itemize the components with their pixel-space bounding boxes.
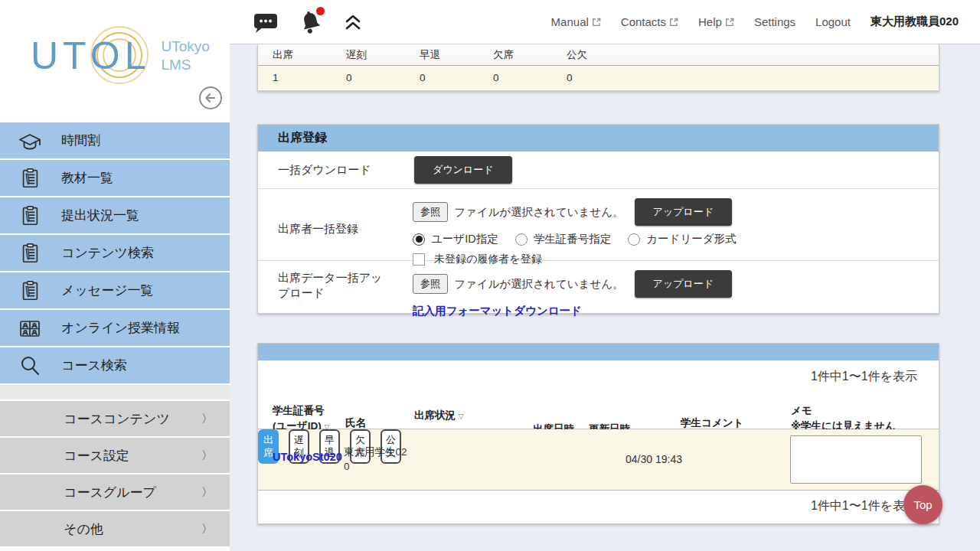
scroll-to-top-button[interactable]: Top [903, 485, 942, 524]
sidebar-menu-main: 時間割 教材一覧 提出状況一覧 コンテンツ検索 [0, 122, 230, 385]
sidebar-menu-course: コースコンテンツ 〉 コース設定 〉 コースグループ 〉 その他 〉 [0, 401, 230, 548]
summary-value-row: 1 0 0 0 0 [258, 66, 939, 90]
student-name: 東大用学生020 [344, 445, 411, 474]
table-top-bar [258, 344, 939, 360]
chevron-right-icon: 〉 [201, 522, 213, 536]
attendance-registration-panel: 出席登録 一括ダウンロード ダウンロード 出席者一括登録 参照 ファイルが選択さ… [257, 124, 939, 314]
summary-value-excused: 0 [567, 72, 640, 83]
sidebar-item-online-class-info[interactable]: オンライン授業情報 [0, 310, 230, 347]
student-id-link[interactable]: UTokyoSt020 [273, 451, 342, 463]
memo-textarea[interactable] [790, 435, 922, 484]
collapse-header-button[interactable] [343, 12, 363, 32]
summary-col-late: 遅刻 [346, 48, 420, 62]
table-footer: 1件中1〜1件を表示 [258, 491, 939, 523]
messages-button[interactable] [253, 11, 279, 34]
external-link-icon [592, 18, 601, 27]
browse-button[interactable]: 参照 [413, 274, 448, 294]
student-attendance-table: 1件中1〜1件を表示 学生証番号 (ユーザID) ▽ 氏名 出席状況 ▽ 出席日… [257, 343, 939, 524]
clipboard-icon [15, 165, 44, 191]
sidebar-item-others[interactable]: その他 〉 [0, 511, 230, 548]
search-icon [15, 353, 44, 379]
data-upload-row: 出席データ一括アップロード 参照 ファイルが選択されていません。 アップロード … [258, 261, 939, 313]
utol-logo[interactable]: UTOL UTokyo LMS [31, 37, 210, 75]
sidebar-item-course-group[interactable]: コースグループ 〉 [0, 474, 230, 511]
download-button[interactable]: ダウンロード [414, 156, 512, 184]
notification-badge [316, 7, 325, 15]
manual-link[interactable]: Manual [551, 15, 601, 28]
radio-student-number-label: 学生証番号指定 [534, 232, 612, 246]
sidebar-item-label: 教材一覧 [61, 169, 113, 187]
summary-col-present: 出席 [273, 48, 346, 62]
speech-bubble-icon [253, 11, 279, 34]
clipboard-icon [15, 278, 44, 304]
sidebar-item-materials[interactable]: 教材一覧 [0, 160, 230, 197]
upload-button[interactable]: アップロード [635, 198, 733, 226]
browse-button[interactable]: 参照 [413, 202, 448, 222]
register-unenrolled-checkbox[interactable] [413, 253, 425, 266]
sidebar-collapse-button[interactable] [199, 86, 222, 109]
chevron-right-icon: 〉 [201, 448, 213, 463]
logout-link[interactable]: Logout [815, 15, 851, 28]
settings-link[interactable]: Settings [754, 15, 795, 28]
bulk-download-label: 一括ダウンロード [278, 162, 393, 178]
sidebar-item-course-contents[interactable]: コースコンテンツ 〉 [0, 401, 230, 438]
col-student-comment: 学生コメント [681, 416, 743, 431]
chevron-right-icon: 〉 [201, 485, 213, 500]
arrow-left-icon [204, 91, 217, 105]
external-link-icon [725, 18, 734, 27]
logo-subtext: UTokyo LMS [161, 37, 209, 74]
sidebar-divider [0, 385, 230, 401]
sidebar-item-label: その他 [64, 520, 103, 538]
upload-button[interactable]: アップロード [635, 270, 733, 298]
chevron-right-icon: 〉 [201, 412, 213, 426]
header-icon-group [253, 10, 363, 34]
summary-value-absent: 0 [493, 72, 567, 83]
summary-col-excused: 公欠 [567, 48, 640, 62]
summary-value-present: 1 [273, 72, 346, 83]
online-class-icon [15, 315, 44, 341]
sidebar-item-label: 提出状況一覧 [61, 207, 139, 224]
sidebar-item-label: コースコンテンツ [64, 410, 170, 428]
summary-value-early-leave: 0 [420, 72, 493, 83]
radio-user-id[interactable] [413, 233, 425, 246]
clipboard-icon [15, 240, 44, 266]
col-name: 氏名 [345, 416, 366, 431]
logo-area: UTOL UTokyo LMS [0, 0, 230, 122]
summary-header-row: 出席 遅刻 早退 欠席 公欠 [258, 44, 939, 66]
graduation-cap-icon [15, 128, 44, 154]
utol-lms-page: UTOL UTokyo LMS 時間割 [0, 0, 980, 551]
result-count-text: 1件中1〜1件を表示 [811, 498, 917, 514]
clipboard-icon [15, 203, 44, 229]
summary-value-late: 0 [346, 72, 420, 83]
sidebar-item-course-settings[interactable]: コース設定 〉 [0, 438, 230, 474]
sidebar-item-label: オンライン授業情報 [61, 319, 180, 337]
student-row: UTokyoSt020 東大用学生020 出席 遅刻 早退 欠席 公欠 04/3… [258, 429, 939, 491]
summary-col-early-leave: 早退 [420, 48, 493, 62]
sidebar: UTOL UTokyo LMS 時間割 [0, 0, 230, 551]
notifications-button[interactable] [299, 10, 323, 34]
updated-at-value: 04/30 19:43 [626, 453, 682, 465]
current-user-name: 東大用教職員020 [871, 15, 959, 29]
sidebar-item-content-search[interactable]: コンテンツ検索 [0, 235, 230, 272]
sidebar-item-label: コンテンツ検索 [61, 244, 154, 262]
radio-card-reader-label: カードリーダ形式 [646, 232, 736, 246]
help-link[interactable]: Help [698, 15, 734, 28]
no-file-selected-text: ファイルが選択されていません。 [454, 277, 624, 292]
bulk-download-row: 一括ダウンロード ダウンロード [258, 152, 939, 189]
sidebar-item-submission-status[interactable]: 提出状況一覧 [0, 197, 230, 235]
col-status[interactable]: 出席状況 ▽ [414, 408, 464, 423]
sidebar-item-timetable[interactable]: 時間割 [0, 122, 230, 160]
format-download-link[interactable]: 記入用フォーマットダウンロード [413, 304, 732, 318]
sidebar-item-label: コース設定 [64, 447, 129, 465]
radio-student-number[interactable] [515, 233, 528, 246]
sidebar-item-course-search[interactable]: コース検索 [0, 347, 230, 385]
table-header: 1件中1〜1件を表示 学生証番号 (ユーザID) ▽ 氏名 出席状況 ▽ 出席日… [258, 360, 939, 429]
sidebar-item-messages[interactable]: メッセージ一覧 [0, 272, 230, 310]
data-upload-label: 出席データ一括アップロード [278, 270, 393, 313]
contacts-link[interactable]: Contacts [621, 15, 678, 28]
sidebar-item-label: 時間割 [61, 132, 100, 149]
bulk-register-label: 出席者一括登録 [278, 221, 393, 236]
radio-card-reader[interactable] [628, 233, 640, 246]
top-header-bar: Manual Contacts Help Settings Logout 東大用… [230, 0, 980, 44]
register-unenrolled-label: 未登録の履修者を登録 [434, 253, 542, 266]
